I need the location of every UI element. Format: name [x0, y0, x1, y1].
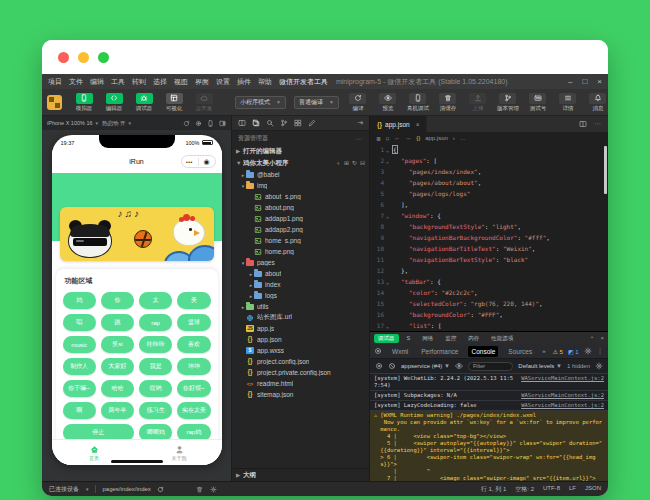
tree-item-app.json[interactable]: {}app.json [232, 334, 369, 345]
menu-item-2[interactable]: 编辑 [90, 77, 104, 87]
console-log-row[interactable]: [system] LazyCodeLoading: falseWAService… [370, 401, 608, 411]
sound-button-太[interactable]: 太 [139, 292, 172, 309]
inspect-icon[interactable] [375, 362, 383, 370]
sound-button-你[interactable]: 你 [101, 292, 134, 309]
menu-item-5[interactable]: 选择 [153, 77, 167, 87]
tree-item-project.config.json[interactable]: {}project.config.json [232, 356, 369, 367]
console-log-row[interactable]: [system] WeChatLib: 2.24.2 (2022.5.13 11… [370, 374, 608, 391]
debug-chip-网络[interactable]: 网络 [418, 334, 437, 343]
tree-item-addapp1.png[interactable]: addapp1.png [232, 213, 369, 224]
breadcrumb-file[interactable]: app.json [425, 135, 448, 141]
capsule-menu[interactable]: ••• ◉ [181, 155, 216, 168]
toolbar-button-消息[interactable]: 消息 [586, 93, 608, 112]
sound-button-笑si[interactable]: 笑si [101, 336, 134, 353]
new-file-icon[interactable]: ＋ [335, 159, 341, 168]
current-page-path[interactable]: pages/index/index [102, 486, 150, 492]
toolbar-button-版本管理[interactable]: 版本管理 [496, 93, 520, 112]
tree-item-utils[interactable]: ▸utils [232, 301, 369, 312]
warning-count-badge[interactable]: ⚠ 5 [553, 348, 563, 355]
new-folder-icon[interactable]: ⊞ [344, 159, 349, 168]
toolbar-button-可视化[interactable]: 可视化 [162, 93, 186, 112]
status-item-2[interactable]: UTF-8 [543, 485, 560, 494]
tree-item-about.png[interactable]: about.png [232, 202, 369, 213]
sound-button-制作人[interactable]: 制作人 [63, 358, 96, 375]
minimize-button[interactable]: – [568, 77, 572, 86]
code-line-7[interactable]: 7⌄"window": { [370, 210, 608, 221]
source-link[interactable]: WAServiceMainContext.js:2 [521, 402, 604, 409]
code-editor[interactable]: 1⌄{2⌄"pages": [3"pages/index/index",4"pa… [370, 144, 608, 331]
zoom-traffic-light[interactable] [98, 52, 109, 63]
code-line-17[interactable]: 17⌄"list": [ [370, 320, 608, 331]
toolbar-button-预览[interactable]: 预览 [376, 93, 400, 112]
status-item-4[interactable]: JSON [585, 485, 601, 494]
tree-item-pages[interactable]: ▾pages [232, 257, 369, 268]
code-line-1[interactable]: 1⌄{ [370, 144, 608, 155]
code-line-13[interactable]: 13⌄"tabBar": { [370, 276, 608, 287]
eye-icon[interactable] [455, 362, 463, 370]
collapse-icon[interactable]: ⊟ [360, 159, 365, 168]
code-line-16[interactable]: 16"backgroundColor": "#FFF", [370, 309, 608, 320]
context-select[interactable]: appservice (#4) ▼ [401, 363, 450, 369]
trash-icon[interactable] [196, 486, 203, 493]
tab-app-json[interactable]: {} app.json × [370, 116, 427, 132]
breadcrumb-more[interactable]: … [460, 135, 466, 141]
close-tab-icon[interactable]: × [416, 121, 420, 128]
sound-button-两年半[interactable]: 两年半 [101, 402, 134, 419]
sound-button-rap[interactable]: rap [139, 314, 172, 331]
sound-button-实在太美[interactable]: 实在太美 [177, 402, 210, 419]
sound-button-你干嘛~[interactable]: 你干嘛~ [63, 380, 96, 397]
toolbar-button-编译[interactable]: 编译 [346, 93, 370, 112]
devtools-tab-Performance[interactable]: Performance [418, 346, 461, 357]
clear-console-icon[interactable] [388, 362, 396, 370]
code-line-14[interactable]: 14"color": "#2c2c2c", [370, 287, 608, 298]
inspect-element-icon[interactable] [374, 347, 382, 355]
debug-chip-监控[interactable]: 监控 [441, 334, 460, 343]
refresh-icon[interactable] [183, 120, 190, 127]
record-icon[interactable] [195, 120, 202, 127]
tree-item-logs[interactable]: ▸logs [232, 290, 369, 301]
sound-button-唱[interactable]: 唱 [63, 314, 96, 331]
devtools-tab-Console[interactable]: Console [468, 346, 498, 357]
minimize-traffic-light[interactable] [78, 52, 89, 63]
tree-item-home.png[interactable]: home.png [232, 246, 369, 257]
sound-button-哇咔咔[interactable]: 哇咔咔 [139, 336, 172, 353]
maximize-button[interactable]: □ [582, 77, 587, 86]
code-line-11[interactable]: 11"navigationBarTextStyle": "black" [370, 254, 608, 265]
user-avatar[interactable] [47, 95, 62, 110]
outline-section[interactable]: ▶ 大纲 [232, 468, 369, 481]
project-section[interactable]: ▼ 鸡你太美小程序 ＋ ⊞ ↻ ⊟ [232, 157, 369, 169]
code-line-3[interactable]: 3"pages/index/index", [370, 166, 608, 177]
close-traffic-light[interactable] [58, 52, 69, 63]
debug-chip-调试器[interactable]: 调试器 [374, 334, 399, 343]
code-line-8[interactable]: 8"backgroundTextStyle": "light", [370, 221, 608, 232]
sound-button-啊[interactable]: 啊 [63, 402, 96, 419]
code-line-10[interactable]: 10"navigationBarTitleText": "Weixin", [370, 243, 608, 254]
dock-icon[interactable] [219, 120, 226, 127]
sound-button-美[interactable]: 美 [177, 292, 210, 309]
tree-item-addapp2.png[interactable]: addapp2.png [232, 224, 369, 235]
gear-icon[interactable] [595, 362, 603, 370]
files-icon[interactable] [252, 119, 260, 127]
sound-button-哎哟[interactable]: 哎哟 [139, 380, 172, 397]
toolbar-button-编辑器[interactable]: 编辑器 [102, 93, 126, 112]
list-icon[interactable]: ≣ [376, 135, 381, 142]
menu-item-0[interactable]: 项目 [48, 77, 62, 87]
debug-chip-内存[interactable]: 内存 [464, 334, 483, 343]
debug-chip-性能选项[interactable]: 性能选项 [487, 334, 517, 343]
tree-item-app.js[interactable]: JSapp.js [232, 323, 369, 334]
split-editor-icon[interactable] [579, 120, 587, 129]
bookmark-icon[interactable]: ⌑ [386, 135, 389, 142]
sound-button-篮球[interactable]: 篮球 [177, 314, 210, 331]
close-button[interactable]: × [597, 77, 602, 86]
more-icon[interactable]: ⋯ [594, 120, 601, 128]
kebab-menu-icon[interactable]: ⋮ [597, 347, 604, 355]
editor-scrollbar[interactable] [604, 146, 607, 194]
toolbar-button-详情[interactable]: 详情 [556, 93, 580, 112]
sound-button-跳[interactable]: 跳 [101, 314, 134, 331]
devtools-tab-Sources[interactable]: Sources [505, 346, 535, 357]
devtools-tab-Wxml[interactable]: Wxml [389, 346, 411, 357]
more-icon[interactable]: ⋯ [356, 135, 363, 142]
menu-item-10[interactable]: 帮助 [258, 77, 272, 87]
tree-item-sitemap.json[interactable]: {}sitemap.json [232, 389, 369, 400]
source-link[interactable]: WAServiceMainContext.js:2 [521, 375, 604, 389]
